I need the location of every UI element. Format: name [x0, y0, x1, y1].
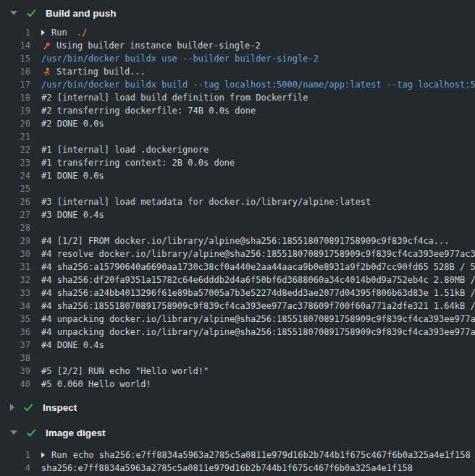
line-number[interactable]: 18 [0, 91, 30, 104]
line-number[interactable]: 31 [0, 260, 30, 273]
log-text: #4 unpacking docker.io/library/alpine@sh… [30, 326, 475, 339]
log-text: #1 DONE 0.0s [30, 169, 104, 182]
line-number[interactable]: 36 [0, 326, 30, 339]
chevron-right-icon [10, 404, 14, 411]
log-section-inspect: Inspect [0, 396, 475, 418]
step-header-image-digest[interactable]: Image digest [0, 420, 475, 446]
step-title: Build and push [46, 8, 117, 19]
line-number[interactable]: 20 [0, 117, 30, 130]
line-number[interactable]: 19 [0, 104, 30, 117]
line-number[interactable]: 27 [0, 208, 30, 221]
check-icon [26, 8, 37, 19]
log-text: #4 DONE 0.4s [30, 339, 104, 352]
log-text: #2 DONE 0.0s [30, 117, 104, 130]
log-line: 22 #1 [internal] load .dockerignore [0, 143, 475, 156]
line-number[interactable]: 34 [0, 299, 30, 313]
line-number[interactable]: 40 [0, 378, 30, 391]
log-text: Starting build... [56, 65, 146, 78]
line-number[interactable]: 38 [0, 352, 30, 365]
log-text: #4 sha256:a24bb4013296f61e89ba57005a7b3e… [30, 286, 475, 299]
actions-log-viewer: Build and push 1 Run./ 14 Using builder … [0, 0, 475, 476]
group-command: echo sha256:e7ff8834a5963a2785c5a0811e97… [73, 449, 471, 462]
log-text: sha256:e7ff8834a5963a2785c5a0811e979d16b… [30, 462, 413, 475]
log-text: #4 [1/2] FROM docker.io/library/alpine@s… [30, 234, 450, 247]
line-number[interactable]: 26 [0, 195, 30, 208]
log-line-group: 1 Runecho sha256:e7ff8834a5963a2785c5a08… [0, 449, 475, 462]
line-number[interactable]: 33 [0, 286, 30, 299]
line-number[interactable]: 39 [0, 365, 30, 378]
runner-icon [41, 67, 52, 77]
log-section-build-and-push: Build and push 1 Run./ 14 Using builder … [0, 0, 475, 391]
line-number[interactable]: 16 [0, 65, 30, 78]
log-line: 15 /usr/bin/docker buildx use --builder … [0, 52, 475, 65]
log-line: 34 #4 sha256:185518070891758909c9f839cf4… [0, 299, 475, 313]
log-line: 29 #4 [1/2] FROM docker.io/library/alpin… [0, 234, 475, 247]
log-line: 33 #4 sha256:a24bb4013296f61e89ba57005a7… [0, 286, 475, 299]
log-text: #2 [internal] load build definition from… [30, 91, 308, 104]
log-text: #3 [internal] load metadata for docker.i… [30, 195, 371, 208]
log-line: 24 #1 DONE 0.0s [0, 169, 475, 182]
log-text: /usr/bin/docker buildx build --tag local… [30, 78, 475, 91]
expand-group-icon[interactable] [41, 452, 45, 458]
step-title: Image digest [46, 428, 106, 438]
check-icon [26, 428, 37, 438]
line-number[interactable]: 25 [0, 182, 30, 195]
log-text: #5 [2/2] RUN echo "Hello world!" [30, 365, 209, 378]
log-text: #4 sha256:185518070891758909c9f839cf4ca3… [30, 299, 475, 313]
log-line: 4 sha256:e7ff8834a5963a2785c5a0811e979d1… [0, 462, 475, 475]
log-text: #4 resolve docker.io/library/alpine@sha2… [30, 247, 475, 260]
log-text: #4 unpacking docker.io/library/alpine@sh… [30, 313, 475, 326]
log-text: #4 sha256:a15790640a6690aa1730c38cf0a440… [30, 260, 475, 273]
log-line: 16 Starting build... [0, 65, 475, 78]
log-line: 19 #2 transferring dockerfile: 74B 0.0s … [0, 104, 475, 117]
log-line: 39 #5 [2/2] RUN echo "Hello world!" [0, 365, 475, 378]
log-text: #5 0.060 Hello world! [30, 378, 151, 391]
log-line: 23 #1 transferring context: 2B 0.0s done [0, 156, 475, 169]
line-number[interactable]: 35 [0, 313, 30, 326]
line-number[interactable]: 1 [0, 26, 30, 39]
line-number[interactable]: 32 [0, 273, 30, 286]
line-number[interactable]: 22 [0, 143, 30, 156]
line-number[interactable]: 17 [0, 78, 30, 91]
step-header-build-and-push[interactable]: Build and push [0, 0, 475, 26]
pushpin-icon [41, 41, 52, 51]
log-line-group: 1 Run./ [0, 26, 475, 39]
log-text: Using builder instance builder-single-2 [56, 39, 261, 52]
log-line: 26 #3 [internal] load metadata for docke… [0, 195, 475, 208]
group-command: ./ [77, 26, 87, 39]
log-line: 18 #2 [internal] load build definition f… [0, 91, 475, 104]
log-line-empty: 38 [0, 352, 475, 365]
step-title: Inspect [43, 402, 77, 413]
chevron-down-icon [10, 430, 17, 435]
log-line: 35 #4 unpacking docker.io/library/alpine… [0, 313, 475, 326]
line-number[interactable]: 21 [0, 130, 30, 143]
line-number[interactable]: 29 [0, 234, 30, 247]
log-line: 17 /usr/bin/docker buildx build --tag lo… [0, 78, 475, 91]
line-number[interactable]: 23 [0, 156, 30, 169]
log-line: 31 #4 sha256:a15790640a6690aa1730c38cf0a… [0, 260, 475, 273]
log-text: #3 DONE 0.4s [30, 208, 104, 221]
step-log-build-and-push: 1 Run./ 14 Using builder instance builde… [0, 26, 475, 391]
log-line-empty: 25 [0, 182, 475, 195]
log-text: #1 [internal] load .dockerignore [30, 143, 209, 156]
line-number[interactable]: 28 [0, 221, 30, 234]
line-number[interactable]: 30 [0, 247, 30, 260]
log-text: #4 sha256:df20fa9351a15782c64e6dddb2d4a6… [30, 273, 475, 286]
line-number[interactable]: 1 [0, 449, 30, 462]
log-text: /usr/bin/docker buildx use --builder bui… [30, 52, 319, 65]
line-number[interactable]: 14 [0, 39, 30, 52]
log-line: 27 #3 DONE 0.4s [0, 208, 475, 221]
step-header-inspect[interactable]: Inspect [0, 396, 475, 418]
group-label: Run [51, 449, 67, 462]
log-line: 36 #4 unpacking docker.io/library/alpine… [0, 326, 475, 339]
line-number[interactable]: 37 [0, 339, 30, 352]
line-number[interactable]: 15 [0, 52, 30, 65]
line-number[interactable]: 4 [0, 462, 30, 475]
log-line: 30 #4 resolve docker.io/library/alpine@s… [0, 247, 475, 260]
log-line-empty: 28 [0, 221, 475, 234]
expand-group-icon[interactable] [41, 30, 45, 35]
check-icon [23, 402, 34, 413]
log-line: 32 #4 sha256:df20fa9351a15782c64e6dddb2d… [0, 273, 475, 286]
section-spacer [0, 391, 475, 396]
line-number[interactable]: 24 [0, 169, 30, 182]
